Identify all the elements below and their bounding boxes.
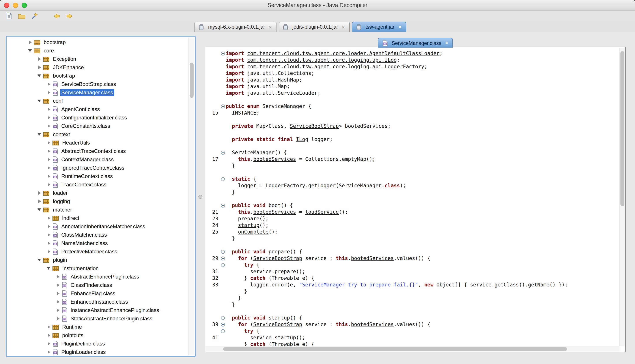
code-link[interactable]: error xyxy=(272,282,287,288)
chevron-expanded-icon[interactable] xyxy=(37,207,42,212)
chevron-collapsed-icon[interactable] xyxy=(46,90,51,95)
fold-icon[interactable] xyxy=(220,321,226,328)
chevron-collapsed-icon[interactable] xyxy=(37,190,42,195)
open-file-button[interactable] xyxy=(5,12,13,20)
chevron-collapsed-icon[interactable] xyxy=(56,282,61,287)
chevron-collapsed-icon[interactable] xyxy=(46,115,51,120)
chevron-collapsed-icon[interactable] xyxy=(37,199,42,204)
chevron-collapsed-icon[interactable] xyxy=(46,341,51,346)
code-link[interactable]: ILog xyxy=(296,136,308,142)
close-icon[interactable]: ✕ xyxy=(398,24,402,29)
fold-icon[interactable] xyxy=(220,248,226,255)
fold-icon[interactable] xyxy=(220,50,226,57)
tree-item-instrumentation[interactable]: Instrumentation xyxy=(7,264,189,272)
code-link[interactable]: prepare xyxy=(238,216,259,222)
tree-item-protectivematcher-class[interactable]: 010ProtectiveMatcher.class xyxy=(7,247,189,256)
chevron-collapsed-icon[interactable] xyxy=(46,82,51,86)
code-link[interactable]: bootedServices xyxy=(351,255,394,261)
tree-item-loader[interactable]: loader xyxy=(7,188,189,197)
jar-tab-jedis-plugin-0-0-1-jar[interactable]: jedis-plugin-0.0.1.jar✕ xyxy=(279,22,349,32)
chevron-collapsed-icon[interactable] xyxy=(46,124,51,128)
tree-item-ignoredtracecontext-class[interactable]: 010IgnoredTraceContext.class xyxy=(7,164,189,172)
fold-icon[interactable] xyxy=(220,328,226,334)
tree-item-contextmanager-class[interactable]: 010ContextManager.class xyxy=(7,155,189,164)
chevron-collapsed-icon[interactable] xyxy=(46,174,51,178)
fold-icon[interactable] xyxy=(220,176,226,182)
tree-item-enhanceflag-class[interactable]: 010EnhanceFlag.class xyxy=(7,289,189,298)
chevron-expanded-icon[interactable] xyxy=(37,257,42,262)
tree-item-servicebootstrap-class[interactable]: 010ServiceBootStrap.class xyxy=(7,80,189,88)
chevron-collapsed-icon[interactable] xyxy=(56,308,61,312)
tree-item-enhancedinstance-class[interactable]: 010EnhancedInstance.class xyxy=(7,298,189,306)
tree-item-conf[interactable]: conf xyxy=(7,96,189,105)
fold-icon[interactable] xyxy=(220,103,226,110)
tree-item-coreconstants-class[interactable]: 010CoreConstants.class xyxy=(7,122,189,130)
chevron-collapsed-icon[interactable] xyxy=(46,107,51,112)
tree-item-annotationinheritancematcher-class[interactable]: 010AnnotationInheritanceMatcher.class xyxy=(7,222,189,230)
code-link[interactable]: loadService xyxy=(305,209,339,215)
chevron-collapsed-icon[interactable] xyxy=(37,56,42,61)
code-horizontal-scrollbar[interactable] xyxy=(206,346,619,351)
tree-item-logging[interactable]: logging xyxy=(7,197,189,205)
tree-item-servicemanager-class[interactable]: 010ServiceManager.class xyxy=(7,88,189,96)
code-vertical-scrollbar-thumb[interactable] xyxy=(620,51,624,206)
code-link[interactable]: startup xyxy=(275,334,296,341)
code-link[interactable]: logger xyxy=(250,282,269,288)
code-link[interactable]: ServiceManager xyxy=(339,182,381,188)
tree-item-staticabstractenhanceplugin-class[interactable]: 010StaticAbstractEnhancePlugin.class xyxy=(7,314,189,322)
tree-item-matcher[interactable]: matcher xyxy=(7,205,189,214)
chevron-expanded-icon[interactable] xyxy=(46,266,51,270)
tree-item-exception[interactable]: Exception xyxy=(7,55,189,63)
minimize-window-button[interactable] xyxy=(13,3,18,8)
code-link[interactable]: com.tencent.cloud.tsw.agent.core.logging… xyxy=(247,64,424,70)
chevron-collapsed-icon[interactable] xyxy=(56,274,61,279)
tree-item-bootstrap[interactable]: bootstrap xyxy=(7,38,189,46)
chevron-collapsed-icon[interactable] xyxy=(28,40,33,44)
code-link[interactable]: bootedServices xyxy=(253,156,296,162)
close-icon[interactable]: ✕ xyxy=(445,40,448,46)
chevron-collapsed-icon[interactable] xyxy=(46,249,51,254)
back-button[interactable] xyxy=(52,12,61,20)
fold-icon[interactable] xyxy=(220,262,226,268)
chevron-collapsed-icon[interactable] xyxy=(46,216,51,220)
close-icon[interactable]: ✕ xyxy=(342,24,345,29)
jar-tab-mysql-6-x-plugin-0-0-1-jar[interactable]: mysql-6.x-plugin-0.0.1.jar✕ xyxy=(195,22,277,32)
chevron-collapsed-icon[interactable] xyxy=(46,148,51,153)
tree-item-core[interactable]: core xyxy=(7,46,189,55)
tree-item-classmatcher-class[interactable]: 010ClassMatcher.class xyxy=(7,230,189,239)
chevron-collapsed-icon[interactable] xyxy=(46,224,51,229)
tree-item-namematcher-class[interactable]: 010NameMatcher.class xyxy=(7,239,189,247)
search-button[interactable] xyxy=(30,12,39,20)
splitter-handle[interactable] xyxy=(198,195,202,199)
tree-item-indirect[interactable]: indirect xyxy=(7,214,189,222)
code-link[interactable]: com.tencent.cloud.tsw.agent.core.logging… xyxy=(247,57,397,63)
tree-item-configurationinitializer-class[interactable]: 010ConfigurationInitializer.class xyxy=(7,113,189,122)
chevron-collapsed-icon[interactable] xyxy=(46,165,51,170)
tree-item-context[interactable]: context xyxy=(7,130,189,138)
code-link[interactable]: bootedServices xyxy=(253,209,296,215)
chevron-expanded-icon[interactable] xyxy=(37,73,42,78)
chevron-collapsed-icon[interactable] xyxy=(56,299,61,304)
tree-item-pointcuts[interactable]: pointcuts xyxy=(7,331,189,339)
chevron-expanded-icon[interactable] xyxy=(37,132,42,136)
chevron-collapsed-icon[interactable] xyxy=(46,324,51,329)
code-link[interactable]: getLogger xyxy=(308,182,336,188)
close-window-button[interactable] xyxy=(4,3,9,8)
chevron-collapsed-icon[interactable] xyxy=(46,140,51,145)
tree-item-tracecontext-class[interactable]: 010TraceContext.class xyxy=(7,180,189,188)
code-link[interactable]: ServiceBootStrap xyxy=(253,255,302,261)
tree-item-runtimecontext-class[interactable]: 010RuntimeContext.class xyxy=(7,172,189,180)
chevron-collapsed-icon[interactable] xyxy=(46,350,51,354)
chevron-collapsed-icon[interactable] xyxy=(46,157,51,162)
zoom-window-button[interactable] xyxy=(22,3,27,8)
close-icon[interactable]: ✕ xyxy=(269,24,272,29)
chevron-collapsed-icon[interactable] xyxy=(37,65,42,70)
jar-tab-tsw-agent-jar[interactable]: tsw-agent.jar✕ xyxy=(352,22,406,32)
tree-item-runtime[interactable]: Runtime xyxy=(7,322,189,331)
tree-item-agentconf-class[interactable]: 010AgentConf.class xyxy=(7,105,189,113)
chevron-expanded-icon[interactable] xyxy=(28,48,33,53)
chevron-collapsed-icon[interactable] xyxy=(46,232,51,237)
chevron-expanded-icon[interactable] xyxy=(37,98,42,103)
tree-item-pluginloader-class[interactable]: 010PluginLoader.class xyxy=(7,348,189,356)
forward-button[interactable] xyxy=(65,12,74,20)
